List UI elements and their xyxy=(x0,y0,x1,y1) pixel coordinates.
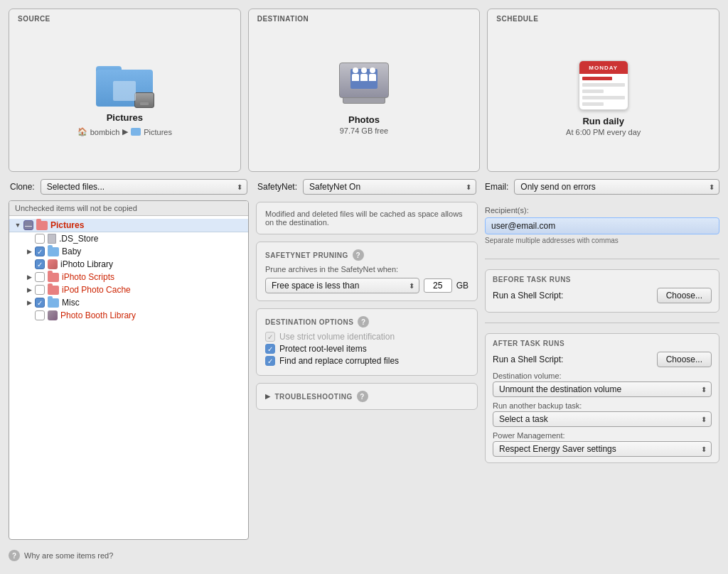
source-panel: SOURCE Pictures 🏠 bombich ▶ Pictures xyxy=(9,9,241,172)
top-section: SOURCE Pictures 🏠 bombich ▶ Pictures xyxy=(9,9,719,172)
tree-item-baby[interactable]: ▶ ✓ Baby xyxy=(9,245,248,258)
source-content[interactable]: Pictures 🏠 bombich ▶ Pictures xyxy=(9,26,240,171)
left-panel: Clone: Selected files... ⬍ Unchecked ite… xyxy=(9,179,249,565)
use-strict-row[interactable]: ✓ Use strict volume identification xyxy=(265,332,469,342)
footer-help-icon[interactable]: ? xyxy=(9,550,20,561)
footer-help-text: Why are some items red? xyxy=(24,551,113,560)
pruning-condition-select[interactable]: Free space is less than ⬍ xyxy=(265,278,419,293)
tree-toggle-pictures[interactable]: ▼ xyxy=(14,221,22,229)
tree-check-iphoto-scripts[interactable] xyxy=(35,272,45,282)
safetynet-select[interactable]: SafetyNet On ⬍ xyxy=(303,179,476,195)
safetynet-description: Modified and deleted files will be cache… xyxy=(265,210,469,227)
tree-label-iphoto-scripts: iPhoto Scripts xyxy=(62,272,114,282)
destination-options-section: DESTINATION OPTIONS ? ✓ Use strict volum… xyxy=(256,308,478,376)
after-shell-row: Run a Shell Script: Choose... xyxy=(493,352,712,367)
tree-item-ipod-photo-cache[interactable]: ▶ iPod Photo Cache xyxy=(9,283,248,296)
pruning-label: Prune archives in the SafetyNet when: xyxy=(265,265,469,274)
tree-check-baby[interactable]: ✓ xyxy=(35,247,45,256)
tree-item-pictures[interactable]: ▼ — Pictures xyxy=(9,219,248,232)
troubleshooting-help-icon[interactable]: ? xyxy=(357,391,368,402)
schedule-subtitle: At 6:00 PM every day xyxy=(566,128,641,136)
tree-item-misc[interactable]: ▶ ✓ Misc xyxy=(9,296,248,309)
pruning-condition-value: Free space is less than xyxy=(272,281,359,291)
tree-special-icon-photo-booth xyxy=(48,310,58,320)
tree-folder-icon-ipod xyxy=(48,286,59,295)
tree-check-ds-store[interactable] xyxy=(35,234,45,244)
pruning-title: SAFETYNET PRUNING ? xyxy=(265,249,469,261)
before-shell-row: Run a Shell Script: Choose... xyxy=(493,288,712,303)
troubleshooting-triangle[interactable]: ▶ xyxy=(265,393,271,400)
tree-body[interactable]: ▼ — Pictures .DS_Store ▶ xyxy=(9,216,248,539)
tree-item-iphoto-library[interactable]: ✓ iPhoto Library xyxy=(9,258,248,271)
before-choose-button[interactable]: Choose... xyxy=(657,288,712,303)
tree-toggle-ipod-photo-cache[interactable]: ▶ xyxy=(25,286,33,294)
before-task-section: BEFORE TASK RUNS Run a Shell Script: Cho… xyxy=(485,269,719,313)
use-strict-check[interactable]: ✓ xyxy=(265,332,275,342)
tree-toggle-iphoto-library xyxy=(25,260,33,269)
protect-root-row[interactable]: ✓ Protect root-level items xyxy=(265,344,469,354)
troubleshooting-row[interactable]: ▶ TROUBLESHOOTING ? xyxy=(265,391,469,402)
power-value: Respect Energy Saver settings xyxy=(499,444,616,454)
recipient-input[interactable]: user@email.com xyxy=(485,217,719,234)
after-choose-button[interactable]: Choose... xyxy=(657,352,712,367)
calendar-icon: MONDAY xyxy=(579,60,628,110)
schedule-content[interactable]: MONDAY Run daily At 6:00 PM every day xyxy=(488,26,719,171)
destination-label: DESTINATION xyxy=(249,9,480,26)
tree-label-misc: Misc xyxy=(62,298,80,308)
tree-item-photo-booth[interactable]: Photo Booth Library xyxy=(9,309,248,322)
tree-folder-icon-misc xyxy=(48,298,59,308)
tree-toggle-iphoto-scripts[interactable]: ▶ xyxy=(25,273,33,281)
tree-check-photo-booth[interactable] xyxy=(35,310,45,320)
footer-help[interactable]: ? Why are some items red? xyxy=(9,546,249,565)
destination-panel: DESTINATION xyxy=(248,9,481,172)
tree-file-icon-ds-store xyxy=(48,234,56,244)
clone-row: Clone: Selected files... ⬍ xyxy=(9,179,249,195)
clone-select-arrow: ⬍ xyxy=(237,183,242,191)
tree-toggle-baby[interactable]: ▶ xyxy=(25,247,33,256)
breadcrumb-home: bombich xyxy=(90,128,120,136)
pruning-value-input[interactable] xyxy=(424,278,452,293)
destination-subtitle: 97.74 GB free xyxy=(340,126,389,135)
after-task-title: AFTER TASK RUNS xyxy=(493,340,712,347)
power-label: Power Management: xyxy=(493,431,712,440)
tree-label-ipod-photo-cache: iPod Photo Cache xyxy=(62,285,131,295)
tree-check-ipod-photo-cache[interactable] xyxy=(35,285,45,295)
schedule-label: SCHEDULE xyxy=(488,9,719,26)
destination-content[interactable]: Photos 97.74 GB free xyxy=(249,26,480,171)
middle-panel: SafetyNet: SafetyNet On ⬍ Modified and d… xyxy=(256,179,478,565)
backup-task-select[interactable]: Select a task ⬍ xyxy=(493,411,712,427)
destination-volume-select[interactable]: Unmount the destination volume ⬍ xyxy=(493,381,712,397)
tree-check-misc[interactable]: ✓ xyxy=(35,298,45,308)
protect-root-check[interactable]: ✓ xyxy=(265,344,275,354)
destination-volume-value: Unmount the destination volume xyxy=(499,384,621,394)
find-replace-label: Find and replace corrupted files xyxy=(279,356,399,366)
tree-item-iphoto-scripts[interactable]: ▶ iPhoto Scripts xyxy=(9,271,248,283)
schedule-title: Run daily xyxy=(582,116,624,126)
tree-special-icon-iphoto xyxy=(48,259,58,269)
pruning-controls: Free space is less than ⬍ GB xyxy=(265,278,469,293)
pruning-help-icon[interactable]: ? xyxy=(353,249,364,261)
tree-check-iphoto-library[interactable]: ✓ xyxy=(35,259,45,269)
clone-select[interactable]: Selected files... ⬍ xyxy=(41,179,247,195)
tree-item-ds-store[interactable]: .DS_Store xyxy=(9,232,248,245)
tree-toggle-photo-booth xyxy=(25,311,33,320)
power-select[interactable]: Respect Energy Saver settings ⬍ xyxy=(493,441,712,457)
troubleshooting-section: ▶ TROUBLESHOOTING ? xyxy=(256,383,478,410)
breadcrumb-folder-icon xyxy=(131,128,141,136)
find-replace-check[interactable]: ✓ xyxy=(265,356,275,366)
destination-title: Photos xyxy=(348,114,380,125)
email-row: Email: Only send on errors ⬍ xyxy=(485,179,719,195)
recipient-hint: Separate multiple addresses with commas xyxy=(485,237,719,244)
breadcrumb: 🏠 bombich ▶ Pictures xyxy=(77,127,172,136)
dest-options-help-icon[interactable]: ? xyxy=(358,316,369,327)
pruning-condition-arrow: ⬍ xyxy=(409,282,414,290)
find-replace-row[interactable]: ✓ Find and replace corrupted files xyxy=(265,356,469,366)
tree-check-pictures[interactable]: — xyxy=(23,220,33,230)
tree-toggle-misc[interactable]: ▶ xyxy=(25,298,33,307)
calendar-day: MONDAY xyxy=(589,65,618,71)
safetynet-row: SafetyNet: SafetyNet On ⬍ xyxy=(256,179,478,195)
recipient-label: Recipient(s): xyxy=(485,206,719,215)
destination-options-title: DESTINATION OPTIONS ? xyxy=(265,316,469,327)
power-arrow: ⬍ xyxy=(701,445,707,453)
email-select[interactable]: Only send on errors ⬍ xyxy=(514,179,719,195)
